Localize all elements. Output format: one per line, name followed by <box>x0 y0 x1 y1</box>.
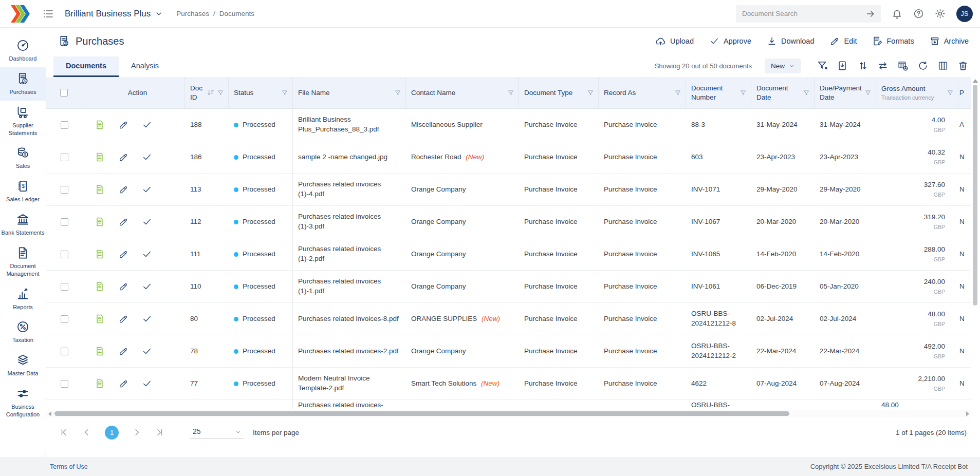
company-selector[interactable]: Brilliant Business Plus <box>65 9 163 19</box>
approve-row-icon[interactable] <box>142 217 152 227</box>
prev-page-button[interactable] <box>82 428 91 437</box>
help-icon[interactable] <box>913 8 924 19</box>
sidebar-item-sales-ledger[interactable]: $ Sales Ledger <box>0 175 46 208</box>
filter-icon[interactable] <box>217 89 224 97</box>
row-checkbox[interactable] <box>61 121 68 129</box>
approve-row-icon[interactable] <box>142 152 152 162</box>
edit-row-icon[interactable] <box>118 152 128 162</box>
search-arrow-icon[interactable] <box>865 9 876 19</box>
vertical-scrollbar[interactable] <box>972 79 978 409</box>
filter-icon[interactable] <box>864 89 872 97</box>
gear-icon[interactable] <box>935 8 946 19</box>
next-page-button[interactable] <box>132 428 141 437</box>
menu-icon[interactable] <box>42 8 54 20</box>
document-view-icon[interactable] <box>95 120 105 130</box>
terms-of-use-link[interactable]: Terms of Use <box>50 463 88 470</box>
edit-button[interactable]: Edit <box>829 36 857 46</box>
edit-row-icon[interactable] <box>118 120 128 130</box>
items-per-page-select[interactable]: 25 <box>190 426 244 439</box>
first-page-button[interactable] <box>60 428 69 437</box>
sidebar-item-supplier-statements[interactable]: Supplier Statements <box>0 101 46 142</box>
approve-row-icon[interactable] <box>142 120 152 130</box>
export-document-icon[interactable] <box>837 60 848 71</box>
sidebar-item-document-management[interactable]: Document Management <box>0 241 46 282</box>
sort-icon[interactable] <box>857 60 868 71</box>
filter-icon[interactable] <box>281 89 288 97</box>
tab-analysis[interactable]: Analysis <box>119 56 171 77</box>
swap-icon[interactable] <box>877 60 889 71</box>
sort-order-icon[interactable] <box>207 89 215 97</box>
sidebar-item-taxation[interactable]: Taxation <box>0 315 46 349</box>
sidebar-item-business-configuration[interactable]: Business Configuration <box>0 382 46 423</box>
sidebar-item-master-data[interactable]: Master Data <box>0 349 46 382</box>
delete-icon[interactable] <box>957 60 969 71</box>
download-button[interactable]: Download <box>767 36 815 46</box>
edit-row-icon[interactable] <box>118 281 128 292</box>
tab-documents[interactable]: Documents <box>53 56 119 77</box>
scroll-left-arrow[interactable] <box>48 411 51 416</box>
document-view-icon[interactable] <box>95 281 105 292</box>
sidebar-item-sales[interactable]: $ Sales <box>0 141 46 175</box>
clear-filter-icon[interactable] <box>817 60 828 71</box>
row-checkbox[interactable] <box>61 154 68 161</box>
approve-row-icon[interactable] <box>142 378 152 389</box>
new-document-button[interactable]: New <box>765 59 801 73</box>
row-checkbox[interactable] <box>61 251 68 258</box>
filter-icon[interactable] <box>587 89 594 97</box>
edit-row-icon[interactable] <box>118 249 128 259</box>
filter-icon[interactable] <box>803 89 810 97</box>
select-all-checkbox[interactable] <box>60 89 68 97</box>
row-checkbox[interactable] <box>61 348 68 355</box>
row-checkbox[interactable] <box>61 283 68 291</box>
breadcrumb-purchases[interactable]: Purchases <box>176 10 209 17</box>
document-view-icon[interactable] <box>95 184 105 195</box>
row-checkbox[interactable] <box>61 380 68 388</box>
breadcrumb-documents[interactable]: Documents <box>219 10 254 17</box>
approve-row-icon[interactable] <box>142 249 152 259</box>
document-view-icon[interactable] <box>95 346 105 356</box>
formats-button[interactable]: Formats <box>872 36 914 46</box>
approve-row-icon[interactable] <box>142 184 152 195</box>
document-view-icon[interactable] <box>95 249 105 259</box>
vertical-scrollbar-thumb[interactable] <box>973 85 977 306</box>
row-checkbox[interactable] <box>61 186 68 194</box>
filter-icon[interactable] <box>674 89 681 97</box>
filter-icon[interactable] <box>394 89 401 97</box>
horizontal-scrollbar[interactable] <box>46 410 971 417</box>
search-input[interactable] <box>742 10 865 17</box>
document-view-icon[interactable] <box>95 378 105 389</box>
archive-button[interactable]: Archive <box>930 36 969 46</box>
upload-button[interactable]: Upload <box>655 36 694 47</box>
document-view-icon[interactable] <box>95 217 105 227</box>
sidebar-item-purchases[interactable]: $ Purchases <box>0 67 46 101</box>
filter-icon[interactable] <box>947 89 954 97</box>
row-checkbox[interactable] <box>61 218 68 226</box>
export-table-icon[interactable] <box>897 60 909 71</box>
document-view-icon[interactable] <box>95 152 105 162</box>
approve-row-icon[interactable] <box>142 281 152 292</box>
current-page[interactable]: 1 <box>105 426 119 440</box>
bell-icon[interactable] <box>892 8 902 19</box>
edit-row-icon[interactable] <box>118 184 128 195</box>
scroll-up-arrow[interactable] <box>973 79 978 83</box>
filter-icon[interactable] <box>739 89 747 97</box>
refresh-icon[interactable] <box>917 60 929 71</box>
approve-button[interactable]: Approve <box>709 36 751 46</box>
sidebar-item-reports[interactable]: Reports <box>0 282 46 316</box>
column-chooser-icon[interactable] <box>937 60 949 71</box>
approve-row-icon[interactable] <box>142 314 152 324</box>
filter-icon[interactable] <box>507 89 514 97</box>
scroll-right-arrow[interactable] <box>966 411 969 416</box>
edit-row-icon[interactable] <box>118 346 128 356</box>
sidebar-item-dashboard[interactable]: Dashboard <box>0 34 46 67</box>
sidebar-item-bank-statements[interactable]: Bank Statements <box>0 208 46 241</box>
horizontal-scrollbar-thumb[interactable] <box>54 411 789 416</box>
document-view-icon[interactable] <box>95 314 105 324</box>
last-page-button[interactable] <box>155 428 164 437</box>
row-checkbox[interactable] <box>61 315 68 323</box>
approve-row-icon[interactable] <box>142 346 152 356</box>
edit-row-icon[interactable] <box>118 378 128 389</box>
avatar[interactable]: JS <box>956 6 973 22</box>
edit-row-icon[interactable] <box>118 314 128 324</box>
edit-row-icon[interactable] <box>118 217 128 227</box>
